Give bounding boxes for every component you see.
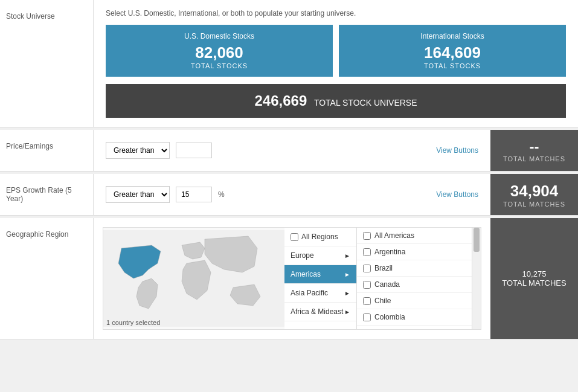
domestic-stocks-button[interactable]: U.S. Domestic Stocks 82,060 TOTAL STOCKS (106, 25, 333, 77)
eps-growth-view-buttons-link[interactable]: View Buttons (436, 190, 478, 199)
eps-growth-section: EPS Growth Rate (5 Year) Greater than Le… (0, 174, 578, 216)
scrollbar-thumb[interactable] (474, 228, 480, 252)
canada-checkbox[interactable] (363, 281, 371, 289)
region-americas[interactable]: Americas ► (284, 265, 356, 284)
geo-inner-panel: 1 country selected All Regions Europe ► … (103, 227, 481, 330)
price-earnings-value-input[interactable] (176, 143, 212, 158)
total-universe-label: TOTAL STOCK UNIVERSE (314, 98, 417, 108)
country-all-americas[interactable]: All Americas (357, 228, 472, 244)
all-regions-row[interactable]: All Regions (284, 228, 356, 246)
price-earnings-match-value: -- (530, 138, 539, 155)
country-argentina[interactable]: Argentina (357, 244, 472, 260)
region-asia-pacific[interactable]: Asia Pacific ► (284, 284, 356, 303)
eps-growth-match-value: 34,904 (510, 182, 559, 201)
eps-growth-operator-select[interactable]: Greater than Less than Equal to (106, 186, 170, 203)
geo-match-value: 10,275 (522, 269, 547, 278)
world-map-area: 1 country selected (103, 228, 284, 329)
region-europe[interactable]: Europe ► (284, 246, 356, 265)
region-list: All Regions Europe ► Americas ► Asia Pac… (284, 228, 357, 329)
eps-growth-label: EPS Growth Rate (5 Year) (0, 174, 94, 215)
price-earnings-content: Greater than Less than Equal to View But… (94, 130, 490, 171)
international-count: 164,609 (351, 43, 554, 62)
geographic-region-section: Geographic Region (0, 218, 578, 339)
eps-growth-content: Greater than Less than Equal to % View B… (94, 174, 490, 215)
africa-arrow-icon: ► (344, 309, 350, 315)
price-earnings-operator-select[interactable]: Greater than Less than Equal to (106, 142, 170, 159)
stock-hint: Select U.S. Domestic, International, or … (106, 9, 566, 18)
americas-arrow-icon: ► (344, 271, 350, 278)
domestic-sub: TOTAL STOCKS (118, 62, 321, 69)
europe-arrow-icon: ► (344, 252, 350, 259)
all-americas-checkbox[interactable] (363, 232, 371, 240)
brazil-checkbox[interactable] (363, 265, 371, 272)
eps-growth-unit: % (218, 190, 225, 199)
geographic-region-content: 1 country selected All Regions Europe ► … (94, 218, 490, 339)
country-chile[interactable]: Chile (357, 293, 472, 309)
price-earnings-section: Price/Earnings Greater than Less than Eq… (0, 130, 578, 172)
international-sub: TOTAL STOCKS (351, 62, 554, 69)
geo-match-label: TOTAL MATCHES (502, 278, 566, 288)
scrollbar[interactable] (472, 228, 481, 329)
eps-growth-value-input[interactable] (176, 187, 212, 202)
country-selected-label: 1 country selected (106, 319, 160, 326)
brazil-label: Brazil (374, 264, 393, 272)
geographic-region-label: Geographic Region (0, 218, 94, 339)
region-africa-mideast[interactable]: Africa & Mideast ► (284, 303, 356, 321)
country-list-area: All Americas Argentina Brazil Canada (357, 228, 472, 329)
all-regions-label: All Regions (301, 233, 338, 241)
all-americas-label: All Americas (374, 231, 414, 240)
international-label: International Stocks (351, 32, 554, 40)
main-container: Stock Universe Select U.S. Domestic, Int… (0, 0, 578, 339)
price-earnings-match: -- TOTAL MATCHES (490, 130, 578, 171)
total-universe-bar: 246,669 TOTAL STOCK UNIVERSE (106, 84, 566, 118)
international-stocks-button[interactable]: International Stocks 164,609 TOTAL STOCK… (339, 25, 566, 77)
price-earnings-match-label: TOTAL MATCHES (503, 155, 565, 162)
country-brazil[interactable]: Brazil (357, 260, 472, 277)
price-earnings-label: Price/Earnings (0, 130, 94, 171)
price-earnings-view-buttons-link[interactable]: View Buttons (436, 146, 478, 155)
argentina-label: Argentina (374, 248, 405, 256)
total-universe-count: 246,669 (254, 92, 307, 109)
country-colombia[interactable]: Colombia (357, 309, 472, 326)
country-canada[interactable]: Canada (357, 277, 472, 293)
asia-arrow-icon: ► (344, 290, 350, 297)
world-map-svg (103, 228, 284, 329)
all-regions-checkbox[interactable] (291, 233, 298, 241)
chile-label: Chile (374, 297, 391, 305)
stock-buttons: U.S. Domestic Stocks 82,060 TOTAL STOCKS… (106, 25, 566, 77)
stock-universe-section: Stock Universe Select U.S. Domestic, Int… (0, 0, 578, 127)
domestic-label: U.S. Domestic Stocks (118, 32, 321, 40)
colombia-label: Colombia (374, 313, 405, 321)
stock-universe-content: Select U.S. Domestic, International, or … (94, 0, 578, 127)
geographic-region-match: 10,275 TOTAL MATCHES (490, 218, 578, 339)
colombia-checkbox[interactable] (363, 313, 371, 321)
domestic-count: 82,060 (118, 43, 321, 62)
eps-growth-match: 34,904 TOTAL MATCHES (490, 174, 578, 215)
stock-universe-label: Stock Universe (0, 0, 94, 127)
chile-checkbox[interactable] (363, 297, 371, 305)
canada-label: Canada (374, 280, 400, 289)
eps-growth-match-label: TOTAL MATCHES (503, 201, 565, 208)
argentina-checkbox[interactable] (363, 248, 371, 256)
